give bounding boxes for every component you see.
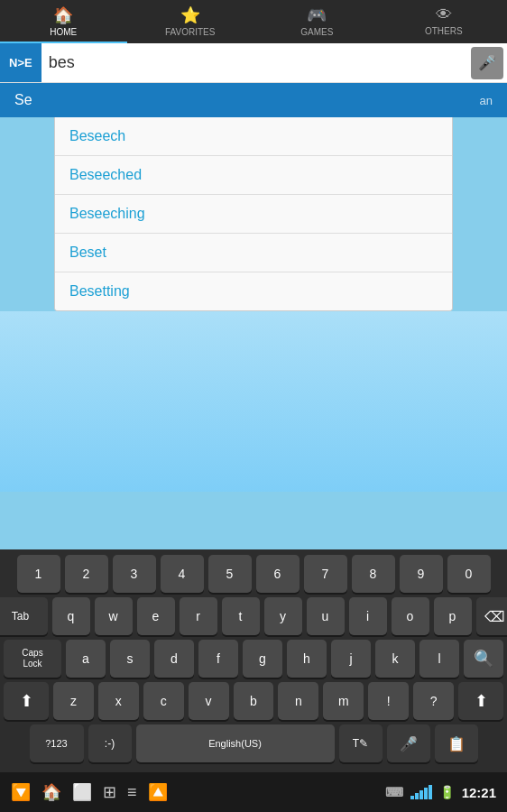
suggestion-row[interactable]: Se an xyxy=(0,83,507,117)
key-search[interactable]: 🔍 xyxy=(464,640,503,678)
key-s[interactable]: s xyxy=(110,640,150,678)
key-5[interactable]: 5 xyxy=(208,555,252,593)
key-a[interactable]: a xyxy=(66,640,106,678)
key-u[interactable]: u xyxy=(307,597,345,635)
key-9[interactable]: 9 xyxy=(400,555,443,593)
time-display: 12:21 xyxy=(462,785,496,800)
key-t[interactable]: t xyxy=(222,597,260,635)
nav-games[interactable]: 🎮 GAMES xyxy=(254,0,381,43)
key-emoji[interactable]: :-) xyxy=(88,724,132,762)
nav-games-label: GAMES xyxy=(300,27,333,37)
key-1[interactable]: 1 xyxy=(17,555,60,593)
battery-icon: 🔋 xyxy=(439,785,455,799)
key-w[interactable]: w xyxy=(95,597,133,635)
key-shift-right[interactable]: ⬆ xyxy=(458,682,503,720)
key-c[interactable]: c xyxy=(143,682,184,720)
key-f[interactable]: f xyxy=(198,640,238,678)
autocomplete-dropdown: Beseech Beseeched Beseeching Beset Beset… xyxy=(54,117,453,311)
key-clipboard[interactable]: 📋 xyxy=(435,724,478,762)
key-p[interactable]: p xyxy=(434,597,472,635)
recent-apps-icon[interactable]: ⬜ xyxy=(72,782,92,802)
key-6[interactable]: 6 xyxy=(256,555,300,593)
suggestion-text: Se xyxy=(14,92,32,108)
key-text-edit[interactable]: T✎ xyxy=(339,724,383,762)
status-right: ⌨ 🔋 12:21 xyxy=(385,785,496,800)
top-nav: 🏠 HOME ⭐ FAVORITES 🎮 GAMES 👁 OTHERS xyxy=(0,0,507,43)
key-num[interactable]: ?123 xyxy=(30,724,84,762)
key-r[interactable]: r xyxy=(180,597,217,635)
nav-others[interactable]: 👁 OTHERS xyxy=(381,0,508,43)
search-bar: N>E 🎤 xyxy=(0,43,507,83)
key-v[interactable]: v xyxy=(189,682,229,720)
key-x[interactable]: x xyxy=(98,682,139,720)
keyboard-icon: ⌨ xyxy=(385,785,403,799)
main-content-area xyxy=(0,311,507,492)
key-q[interactable]: q xyxy=(52,597,90,635)
favorites-icon: ⭐ xyxy=(180,5,200,25)
key-tab[interactable]: Tab xyxy=(0,597,48,635)
lang-badge[interactable]: N>E xyxy=(0,43,41,82)
key-0[interactable]: 0 xyxy=(447,555,491,593)
key-4[interactable]: 4 xyxy=(161,555,204,593)
key-d[interactable]: d xyxy=(154,640,194,678)
nav-favorites-label: FAVORITES xyxy=(165,27,215,37)
key-voice[interactable]: 🎤 xyxy=(387,724,430,762)
key-exclaim[interactable]: ! xyxy=(368,682,409,720)
games-icon: 🎮 xyxy=(307,5,327,25)
status-left: 🔽 🏠 ⬜ ⊞ ≡ 🔼 xyxy=(11,782,168,802)
key-7[interactable]: 7 xyxy=(304,555,347,593)
autocomplete-item-2[interactable]: Beseeching xyxy=(55,195,452,234)
keyboard-row-asdf: CapsLock a s d f g h j k l 🔍 xyxy=(4,640,503,678)
autocomplete-item-1[interactable]: Beseeched xyxy=(55,156,452,195)
signal-bars xyxy=(410,785,432,799)
qr-icon[interactable]: ⊞ xyxy=(103,782,116,802)
keyboard: 1 2 3 4 5 6 7 8 9 0 Tab q w e r t y u i … xyxy=(0,549,507,772)
back-icon[interactable]: 🔽 xyxy=(11,782,31,802)
nav-others-label: OTHERS xyxy=(425,26,463,36)
keyboard-row-qwerty: Tab q w e r t y u i o p ⌫ xyxy=(4,597,503,635)
home-icon: 🏠 xyxy=(53,5,73,25)
status-bar: 🔽 🏠 ⬜ ⊞ ≡ 🔼 ⌨ 🔋 12:21 xyxy=(0,772,507,812)
key-3[interactable]: 3 xyxy=(113,555,156,593)
key-n[interactable]: n xyxy=(278,682,318,720)
home-status-icon[interactable]: 🏠 xyxy=(41,782,61,802)
keyboard-row-numbers: 1 2 3 4 5 6 7 8 9 0 xyxy=(4,555,503,593)
autocomplete-item-0[interactable]: Beseech xyxy=(55,117,452,156)
bar-4 xyxy=(424,788,428,799)
autocomplete-item-3[interactable]: Beset xyxy=(55,234,452,272)
key-j[interactable]: j xyxy=(331,640,371,678)
key-shift-left[interactable]: ⬆ xyxy=(4,682,49,720)
bar-2 xyxy=(415,793,419,799)
key-m[interactable]: m xyxy=(323,682,364,720)
key-k[interactable]: k xyxy=(375,640,415,678)
keyboard-row-zxcv: ⬆ z x c v b n m ! ? ⬆ xyxy=(4,682,503,720)
nav-home-label: HOME xyxy=(50,27,77,37)
bar-1 xyxy=(410,796,414,799)
key-i[interactable]: i xyxy=(349,597,387,635)
autocomplete-item-4[interactable]: Besetting xyxy=(55,272,452,310)
mic-button[interactable]: 🎤 xyxy=(471,47,503,79)
nav-home[interactable]: 🏠 HOME xyxy=(0,0,127,43)
key-e[interactable]: e xyxy=(137,597,175,635)
key-b[interactable]: b xyxy=(234,682,274,720)
key-8[interactable]: 8 xyxy=(352,555,395,593)
key-question[interactable]: ? xyxy=(413,682,454,720)
up-icon[interactable]: 🔼 xyxy=(148,782,168,802)
mic-icon: 🎤 xyxy=(478,54,496,71)
key-space[interactable]: English(US) xyxy=(136,724,335,762)
key-l[interactable]: l xyxy=(419,640,459,678)
key-2[interactable]: 2 xyxy=(65,555,108,593)
menu-icon[interactable]: ≡ xyxy=(127,783,137,802)
key-z[interactable]: z xyxy=(53,682,94,720)
others-icon: 👁 xyxy=(436,5,452,24)
translate-hint: an xyxy=(480,94,493,107)
keyboard-row-bottom: ?123 :-) English(US) T✎ 🎤 📋 xyxy=(4,724,503,762)
nav-favorites[interactable]: ⭐ FAVORITES xyxy=(127,0,254,43)
key-h[interactable]: h xyxy=(287,640,327,678)
key-backspace[interactable]: ⌫ xyxy=(476,597,508,635)
key-g[interactable]: g xyxy=(243,640,282,678)
key-y[interactable]: y xyxy=(264,597,302,635)
key-caps-lock[interactable]: CapsLock xyxy=(4,640,61,678)
search-input[interactable] xyxy=(41,53,471,72)
key-o[interactable]: o xyxy=(392,597,429,635)
